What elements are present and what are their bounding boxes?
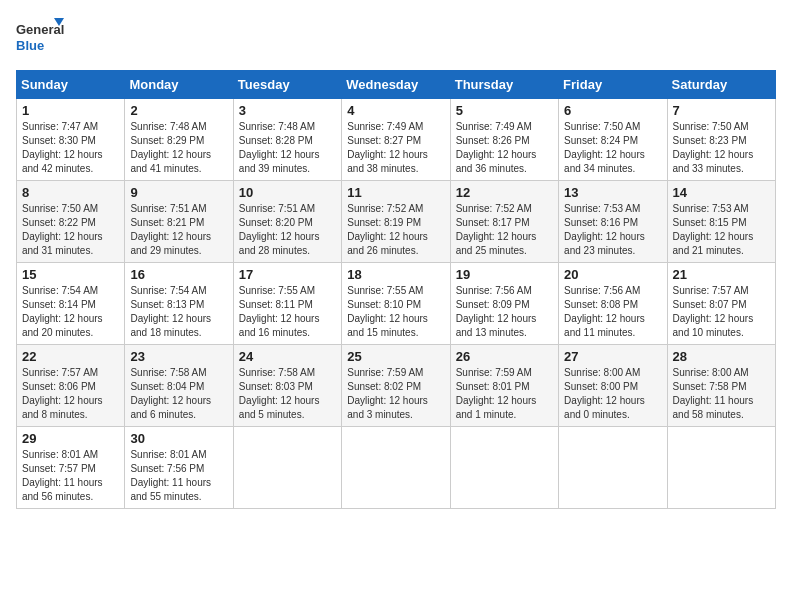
- day-cell: 19Sunrise: 7:56 AMSunset: 8:09 PMDayligh…: [450, 263, 558, 345]
- day-cell: 10Sunrise: 7:51 AMSunset: 8:20 PMDayligh…: [233, 181, 341, 263]
- day-info: Sunrise: 7:57 AMSunset: 8:06 PMDaylight:…: [22, 366, 119, 422]
- day-info: Sunrise: 7:48 AMSunset: 8:28 PMDaylight:…: [239, 120, 336, 176]
- day-info: Sunrise: 7:58 AMSunset: 8:04 PMDaylight:…: [130, 366, 227, 422]
- week-row-2: 8Sunrise: 7:50 AMSunset: 8:22 PMDaylight…: [17, 181, 776, 263]
- day-info: Sunrise: 8:00 AMSunset: 7:58 PMDaylight:…: [673, 366, 770, 422]
- day-info: Sunrise: 7:50 AMSunset: 8:22 PMDaylight:…: [22, 202, 119, 258]
- day-number: 23: [130, 349, 227, 364]
- header-cell-sunday: Sunday: [17, 71, 125, 99]
- day-number: 19: [456, 267, 553, 282]
- week-row-3: 15Sunrise: 7:54 AMSunset: 8:14 PMDayligh…: [17, 263, 776, 345]
- header-cell-tuesday: Tuesday: [233, 71, 341, 99]
- day-number: 12: [456, 185, 553, 200]
- day-info: Sunrise: 7:52 AMSunset: 8:17 PMDaylight:…: [456, 202, 553, 258]
- day-number: 17: [239, 267, 336, 282]
- day-cell: 29Sunrise: 8:01 AMSunset: 7:57 PMDayligh…: [17, 427, 125, 509]
- header-cell-thursday: Thursday: [450, 71, 558, 99]
- day-number: 18: [347, 267, 444, 282]
- day-cell: [559, 427, 667, 509]
- day-number: 14: [673, 185, 770, 200]
- day-info: Sunrise: 7:54 AMSunset: 8:13 PMDaylight:…: [130, 284, 227, 340]
- day-info: Sunrise: 7:49 AMSunset: 8:27 PMDaylight:…: [347, 120, 444, 176]
- day-info: Sunrise: 7:57 AMSunset: 8:07 PMDaylight:…: [673, 284, 770, 340]
- day-info: Sunrise: 7:58 AMSunset: 8:03 PMDaylight:…: [239, 366, 336, 422]
- day-info: Sunrise: 7:50 AMSunset: 8:24 PMDaylight:…: [564, 120, 661, 176]
- logo-svg: General Blue: [16, 16, 66, 60]
- day-info: Sunrise: 7:53 AMSunset: 8:15 PMDaylight:…: [673, 202, 770, 258]
- day-number: 3: [239, 103, 336, 118]
- day-cell: 24Sunrise: 7:58 AMSunset: 8:03 PMDayligh…: [233, 345, 341, 427]
- day-cell: 22Sunrise: 7:57 AMSunset: 8:06 PMDayligh…: [17, 345, 125, 427]
- day-cell: 6Sunrise: 7:50 AMSunset: 8:24 PMDaylight…: [559, 99, 667, 181]
- day-cell: 2Sunrise: 7:48 AMSunset: 8:29 PMDaylight…: [125, 99, 233, 181]
- day-cell: 5Sunrise: 7:49 AMSunset: 8:26 PMDaylight…: [450, 99, 558, 181]
- header-row: SundayMondayTuesdayWednesdayThursdayFrid…: [17, 71, 776, 99]
- day-info: Sunrise: 8:00 AMSunset: 8:00 PMDaylight:…: [564, 366, 661, 422]
- day-cell: 25Sunrise: 7:59 AMSunset: 8:02 PMDayligh…: [342, 345, 450, 427]
- header-cell-monday: Monday: [125, 71, 233, 99]
- day-cell: 18Sunrise: 7:55 AMSunset: 8:10 PMDayligh…: [342, 263, 450, 345]
- week-row-1: 1Sunrise: 7:47 AMSunset: 8:30 PMDaylight…: [17, 99, 776, 181]
- day-info: Sunrise: 8:01 AMSunset: 7:57 PMDaylight:…: [22, 448, 119, 504]
- day-info: Sunrise: 7:55 AMSunset: 8:11 PMDaylight:…: [239, 284, 336, 340]
- day-number: 10: [239, 185, 336, 200]
- day-number: 27: [564, 349, 661, 364]
- day-info: Sunrise: 8:01 AMSunset: 7:56 PMDaylight:…: [130, 448, 227, 504]
- week-row-4: 22Sunrise: 7:57 AMSunset: 8:06 PMDayligh…: [17, 345, 776, 427]
- day-cell: 11Sunrise: 7:52 AMSunset: 8:19 PMDayligh…: [342, 181, 450, 263]
- week-row-5: 29Sunrise: 8:01 AMSunset: 7:57 PMDayligh…: [17, 427, 776, 509]
- day-cell: 4Sunrise: 7:49 AMSunset: 8:27 PMDaylight…: [342, 99, 450, 181]
- day-info: Sunrise: 7:59 AMSunset: 8:02 PMDaylight:…: [347, 366, 444, 422]
- day-cell: 9Sunrise: 7:51 AMSunset: 8:21 PMDaylight…: [125, 181, 233, 263]
- day-number: 29: [22, 431, 119, 446]
- day-number: 24: [239, 349, 336, 364]
- day-cell: 21Sunrise: 7:57 AMSunset: 8:07 PMDayligh…: [667, 263, 775, 345]
- day-cell: [342, 427, 450, 509]
- calendar-table: SundayMondayTuesdayWednesdayThursdayFrid…: [16, 70, 776, 509]
- day-info: Sunrise: 7:52 AMSunset: 8:19 PMDaylight:…: [347, 202, 444, 258]
- day-cell: 23Sunrise: 7:58 AMSunset: 8:04 PMDayligh…: [125, 345, 233, 427]
- day-cell: 26Sunrise: 7:59 AMSunset: 8:01 PMDayligh…: [450, 345, 558, 427]
- day-info: Sunrise: 7:49 AMSunset: 8:26 PMDaylight:…: [456, 120, 553, 176]
- day-number: 26: [456, 349, 553, 364]
- day-number: 9: [130, 185, 227, 200]
- day-number: 15: [22, 267, 119, 282]
- svg-text:Blue: Blue: [16, 38, 44, 53]
- day-info: Sunrise: 7:50 AMSunset: 8:23 PMDaylight:…: [673, 120, 770, 176]
- header: General Blue: [16, 16, 776, 60]
- header-cell-wednesday: Wednesday: [342, 71, 450, 99]
- day-number: 21: [673, 267, 770, 282]
- day-number: 8: [22, 185, 119, 200]
- day-number: 13: [564, 185, 661, 200]
- day-cell: 12Sunrise: 7:52 AMSunset: 8:17 PMDayligh…: [450, 181, 558, 263]
- day-info: Sunrise: 7:59 AMSunset: 8:01 PMDaylight:…: [456, 366, 553, 422]
- day-number: 2: [130, 103, 227, 118]
- logo: General Blue: [16, 16, 66, 60]
- day-info: Sunrise: 7:51 AMSunset: 8:20 PMDaylight:…: [239, 202, 336, 258]
- day-cell: [450, 427, 558, 509]
- svg-text:General: General: [16, 22, 64, 37]
- day-cell: 28Sunrise: 8:00 AMSunset: 7:58 PMDayligh…: [667, 345, 775, 427]
- day-number: 1: [22, 103, 119, 118]
- day-info: Sunrise: 7:55 AMSunset: 8:10 PMDaylight:…: [347, 284, 444, 340]
- day-cell: 3Sunrise: 7:48 AMSunset: 8:28 PMDaylight…: [233, 99, 341, 181]
- day-number: 7: [673, 103, 770, 118]
- day-cell: 14Sunrise: 7:53 AMSunset: 8:15 PMDayligh…: [667, 181, 775, 263]
- day-number: 25: [347, 349, 444, 364]
- day-cell: 1Sunrise: 7:47 AMSunset: 8:30 PMDaylight…: [17, 99, 125, 181]
- day-cell: 17Sunrise: 7:55 AMSunset: 8:11 PMDayligh…: [233, 263, 341, 345]
- day-cell: 27Sunrise: 8:00 AMSunset: 8:00 PMDayligh…: [559, 345, 667, 427]
- day-cell: 30Sunrise: 8:01 AMSunset: 7:56 PMDayligh…: [125, 427, 233, 509]
- day-number: 20: [564, 267, 661, 282]
- day-info: Sunrise: 7:47 AMSunset: 8:30 PMDaylight:…: [22, 120, 119, 176]
- day-number: 4: [347, 103, 444, 118]
- day-number: 28: [673, 349, 770, 364]
- day-number: 16: [130, 267, 227, 282]
- day-number: 11: [347, 185, 444, 200]
- day-info: Sunrise: 7:53 AMSunset: 8:16 PMDaylight:…: [564, 202, 661, 258]
- header-cell-friday: Friday: [559, 71, 667, 99]
- header-cell-saturday: Saturday: [667, 71, 775, 99]
- day-info: Sunrise: 7:56 AMSunset: 8:08 PMDaylight:…: [564, 284, 661, 340]
- day-cell: 20Sunrise: 7:56 AMSunset: 8:08 PMDayligh…: [559, 263, 667, 345]
- day-info: Sunrise: 7:51 AMSunset: 8:21 PMDaylight:…: [130, 202, 227, 258]
